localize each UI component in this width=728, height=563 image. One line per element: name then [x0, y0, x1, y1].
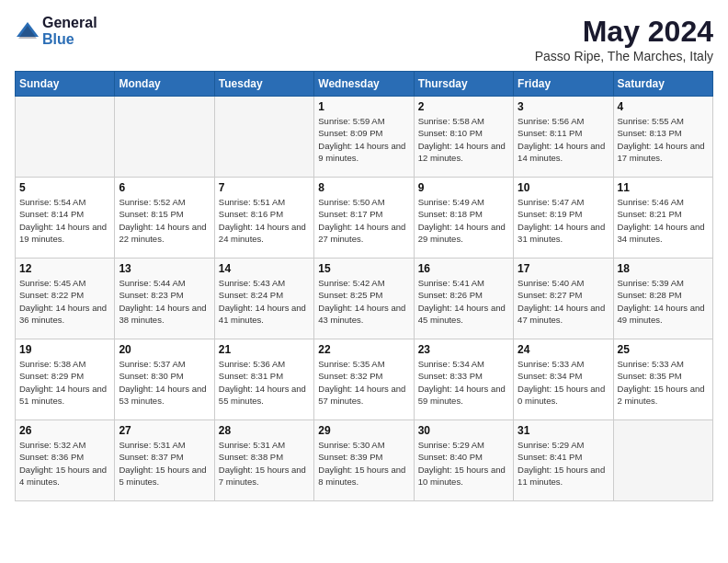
calendar-cell: 12Sunrise: 5:45 AMSunset: 8:22 PMDayligh…: [16, 259, 115, 339]
calendar-cell: 6Sunrise: 5:52 AMSunset: 8:15 PMDaylight…: [115, 178, 214, 259]
calendar-cell: 18Sunrise: 5:39 AMSunset: 8:28 PMDayligh…: [613, 259, 712, 339]
cell-info: Sunrise: 5:55 AMSunset: 8:13 PMDaylight:…: [618, 115, 709, 164]
calendar-cell: 20Sunrise: 5:37 AMSunset: 8:30 PMDayligh…: [115, 339, 214, 420]
calendar-cell: 29Sunrise: 5:30 AMSunset: 8:39 PMDayligh…: [314, 420, 414, 501]
calendar-cell: 4Sunrise: 5:55 AMSunset: 8:13 PMDaylight…: [613, 97, 712, 178]
day-number: 20: [119, 343, 210, 356]
day-number: 18: [618, 262, 709, 275]
calendar-cell: 9Sunrise: 5:49 AMSunset: 8:18 PMDaylight…: [414, 178, 513, 259]
calendar-cell: 17Sunrise: 5:40 AMSunset: 8:27 PMDayligh…: [514, 259, 613, 339]
calendar-cell: 26Sunrise: 5:32 AMSunset: 8:36 PMDayligh…: [16, 420, 115, 501]
day-number: 29: [318, 424, 409, 437]
logo-general: General: [42, 15, 97, 30]
day-header-wednesday: Wednesday: [314, 72, 414, 97]
day-number: 27: [119, 424, 210, 437]
day-number: 11: [618, 181, 709, 194]
day-number: 3: [518, 100, 609, 113]
day-number: 31: [518, 424, 609, 437]
cell-info: Sunrise: 5:54 AMSunset: 8:14 PMDaylight:…: [19, 196, 110, 245]
calendar-cell: 31Sunrise: 5:29 AMSunset: 8:41 PMDayligh…: [514, 420, 613, 501]
day-number: 15: [318, 262, 409, 275]
calendar-cell: 27Sunrise: 5:31 AMSunset: 8:37 PMDayligh…: [115, 420, 214, 501]
day-number: 2: [418, 100, 509, 113]
cell-info: Sunrise: 5:32 AMSunset: 8:36 PMDaylight:…: [19, 439, 110, 488]
cell-info: Sunrise: 5:49 AMSunset: 8:18 PMDaylight:…: [418, 196, 509, 245]
day-number: 24: [518, 343, 609, 356]
cell-info: Sunrise: 5:33 AMSunset: 8:35 PMDaylight:…: [618, 358, 709, 407]
calendar-cell: [214, 97, 313, 178]
cell-info: Sunrise: 5:58 AMSunset: 8:10 PMDaylight:…: [418, 115, 509, 164]
cell-info: Sunrise: 5:44 AMSunset: 8:23 PMDaylight:…: [119, 277, 210, 326]
calendar-cell: [16, 97, 115, 178]
month-year-title: May 2024: [535, 15, 713, 49]
cell-info: Sunrise: 5:37 AMSunset: 8:30 PMDaylight:…: [119, 358, 210, 407]
calendar-table: SundayMondayTuesdayWednesdayThursdayFrid…: [15, 71, 713, 501]
cell-info: Sunrise: 5:31 AMSunset: 8:37 PMDaylight:…: [119, 439, 210, 488]
day-header-tuesday: Tuesday: [214, 72, 313, 97]
page-header: General Blue May 2024 Passo Ripe, The Ma…: [15, 15, 713, 63]
day-number: 25: [618, 343, 709, 356]
title-block: May 2024 Passo Ripe, The Marches, Italy: [535, 15, 713, 63]
calendar-cell: 14Sunrise: 5:43 AMSunset: 8:24 PMDayligh…: [214, 259, 313, 339]
calendar-cell: 24Sunrise: 5:33 AMSunset: 8:34 PMDayligh…: [514, 339, 613, 420]
calendar-cell: 22Sunrise: 5:35 AMSunset: 8:32 PMDayligh…: [314, 339, 414, 420]
calendar-cell: 8Sunrise: 5:50 AMSunset: 8:17 PMDaylight…: [314, 178, 414, 259]
cell-info: Sunrise: 5:51 AMSunset: 8:16 PMDaylight:…: [219, 196, 310, 245]
cell-info: Sunrise: 5:35 AMSunset: 8:32 PMDaylight:…: [318, 358, 409, 407]
calendar-cell: 10Sunrise: 5:47 AMSunset: 8:19 PMDayligh…: [514, 178, 613, 259]
calendar-cell: 1Sunrise: 5:59 AMSunset: 8:09 PMDaylight…: [314, 97, 414, 178]
calendar-cell: 15Sunrise: 5:42 AMSunset: 8:25 PMDayligh…: [314, 259, 414, 339]
day-number: 17: [518, 262, 609, 275]
calendar-cell: 19Sunrise: 5:38 AMSunset: 8:29 PMDayligh…: [16, 339, 115, 420]
cell-info: Sunrise: 5:29 AMSunset: 8:40 PMDaylight:…: [418, 439, 509, 488]
calendar-cell: [613, 420, 712, 501]
day-header-thursday: Thursday: [414, 72, 513, 97]
calendar-week-row: 26Sunrise: 5:32 AMSunset: 8:36 PMDayligh…: [16, 420, 713, 501]
day-number: 14: [219, 262, 310, 275]
logo-icon: [15, 18, 40, 44]
calendar-week-row: 1Sunrise: 5:59 AMSunset: 8:09 PMDaylight…: [16, 97, 713, 178]
cell-info: Sunrise: 5:56 AMSunset: 8:11 PMDaylight:…: [518, 115, 609, 164]
day-header-sunday: Sunday: [16, 72, 115, 97]
logo: General Blue: [15, 15, 97, 48]
cell-info: Sunrise: 5:59 AMSunset: 8:09 PMDaylight:…: [318, 115, 409, 164]
cell-info: Sunrise: 5:52 AMSunset: 8:15 PMDaylight:…: [119, 196, 210, 245]
day-header-monday: Monday: [115, 72, 214, 97]
day-number: 5: [19, 181, 110, 194]
day-header-friday: Friday: [514, 72, 613, 97]
location-subtitle: Passo Ripe, The Marches, Italy: [535, 49, 713, 63]
cell-info: Sunrise: 5:30 AMSunset: 8:39 PMDaylight:…: [318, 439, 409, 488]
cell-info: Sunrise: 5:31 AMSunset: 8:38 PMDaylight:…: [219, 439, 310, 488]
calendar-week-row: 19Sunrise: 5:38 AMSunset: 8:29 PMDayligh…: [16, 339, 713, 420]
day-number: 6: [119, 181, 210, 194]
day-number: 16: [418, 262, 509, 275]
calendar-cell: 5Sunrise: 5:54 AMSunset: 8:14 PMDaylight…: [16, 178, 115, 259]
cell-info: Sunrise: 5:38 AMSunset: 8:29 PMDaylight:…: [19, 358, 110, 407]
day-header-saturday: Saturday: [613, 72, 712, 97]
calendar-cell: 11Sunrise: 5:46 AMSunset: 8:21 PMDayligh…: [613, 178, 712, 259]
cell-info: Sunrise: 5:47 AMSunset: 8:19 PMDaylight:…: [518, 196, 609, 245]
cell-info: Sunrise: 5:36 AMSunset: 8:31 PMDaylight:…: [219, 358, 310, 407]
calendar-cell: 2Sunrise: 5:58 AMSunset: 8:10 PMDaylight…: [414, 97, 513, 178]
calendar-cell: 21Sunrise: 5:36 AMSunset: 8:31 PMDayligh…: [214, 339, 313, 420]
cell-info: Sunrise: 5:39 AMSunset: 8:28 PMDaylight:…: [618, 277, 709, 326]
day-number: 10: [518, 181, 609, 194]
day-number: 7: [219, 181, 310, 194]
logo-blue: Blue: [42, 31, 74, 47]
day-number: 23: [418, 343, 509, 356]
day-number: 8: [318, 181, 409, 194]
calendar-week-row: 12Sunrise: 5:45 AMSunset: 8:22 PMDayligh…: [16, 259, 713, 339]
calendar-cell: 3Sunrise: 5:56 AMSunset: 8:11 PMDaylight…: [514, 97, 613, 178]
calendar-cell: 23Sunrise: 5:34 AMSunset: 8:33 PMDayligh…: [414, 339, 513, 420]
day-number: 1: [318, 100, 409, 113]
cell-info: Sunrise: 5:29 AMSunset: 8:41 PMDaylight:…: [518, 439, 609, 488]
calendar-week-row: 5Sunrise: 5:54 AMSunset: 8:14 PMDaylight…: [16, 178, 713, 259]
day-number: 12: [19, 262, 110, 275]
cell-info: Sunrise: 5:50 AMSunset: 8:17 PMDaylight:…: [318, 196, 409, 245]
calendar-cell: 28Sunrise: 5:31 AMSunset: 8:38 PMDayligh…: [214, 420, 313, 501]
calendar-cell: 30Sunrise: 5:29 AMSunset: 8:40 PMDayligh…: [414, 420, 513, 501]
calendar-cell: 13Sunrise: 5:44 AMSunset: 8:23 PMDayligh…: [115, 259, 214, 339]
cell-info: Sunrise: 5:42 AMSunset: 8:25 PMDaylight:…: [318, 277, 409, 326]
cell-info: Sunrise: 5:40 AMSunset: 8:27 PMDaylight:…: [518, 277, 609, 326]
day-number: 9: [418, 181, 509, 194]
